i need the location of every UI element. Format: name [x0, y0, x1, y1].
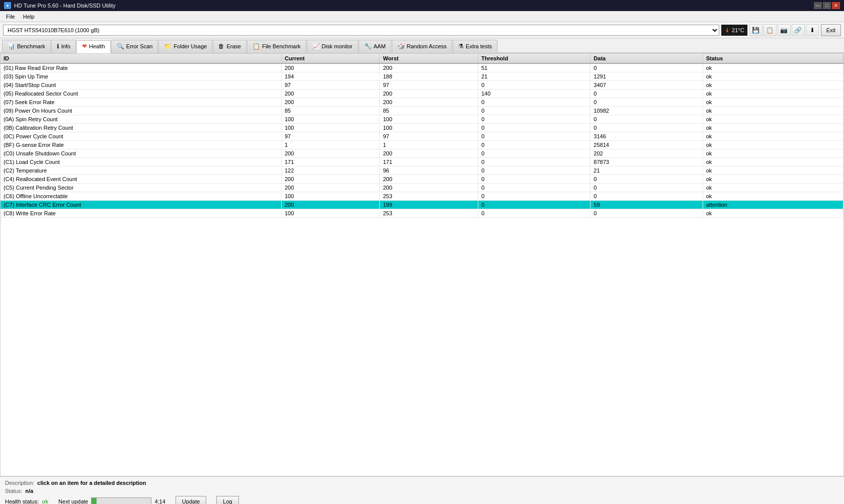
- cell-status: attention: [703, 201, 843, 209]
- col-header-status: Status: [703, 54, 843, 63]
- cell-id: (C2) Temperature: [1, 166, 282, 175]
- cell-data: 202: [590, 149, 703, 158]
- cell-data: 0: [590, 115, 703, 124]
- diskmonitor-icon: 📈: [312, 43, 320, 50]
- table-row[interactable]: (C1) Load Cycle Count 171 171 0 87873 ok: [1, 158, 843, 166]
- cell-data: 59: [590, 201, 703, 209]
- cell-threshold: 0: [478, 132, 590, 141]
- cell-threshold: 0: [478, 209, 590, 218]
- tab-randomaccess[interactable]: 🎲 Random Access: [392, 40, 452, 53]
- table-row[interactable]: (C2) Temperature 122 96 0 21 ok: [1, 166, 843, 175]
- next-update-section: Next update 4:14: [58, 497, 165, 504]
- cell-id: (03) Spin Up Time: [1, 72, 282, 81]
- cell-status: ok: [703, 107, 843, 115]
- cell-id: (01) Raw Read Error Rate: [1, 63, 282, 72]
- cell-threshold: 0: [478, 141, 590, 149]
- tab-diskmonitor-label: Disk monitor: [322, 43, 353, 49]
- cell-data: 0: [590, 175, 703, 184]
- cell-id: (09) Power On Hours Count: [1, 107, 282, 115]
- tab-benchmark[interactable]: 📊 Benchmark: [2, 40, 51, 53]
- table-row[interactable]: (03) Spin Up Time 194 188 21 1291 ok: [1, 72, 843, 81]
- col-header-threshold: Threshold: [478, 54, 590, 63]
- update-button[interactable]: Update: [176, 496, 206, 504]
- table-row[interactable]: (C0) Unsafe Shutdown Count 200 200 0 202…: [1, 149, 843, 158]
- toolbar-btn-4[interactable]: 🔗: [792, 24, 805, 36]
- menu-bar: File Help: [0, 11, 844, 22]
- close-button[interactable]: ✕: [832, 2, 840, 9]
- folderusage-icon: 📁: [164, 43, 172, 50]
- table-row[interactable]: (C7) Interface CRC Error Count 200 199 0…: [1, 201, 843, 209]
- table-row[interactable]: (C5) Current Pending Sector 200 200 0 0 …: [1, 184, 843, 192]
- tab-errorscan[interactable]: 🔍 Error Scan: [111, 40, 158, 53]
- table-row[interactable]: (C8) Write Error Rate 100 253 0 0 ok: [1, 209, 843, 218]
- cell-id: (C0) Unsafe Shutdown Count: [1, 149, 282, 158]
- cell-threshold: 0: [478, 149, 590, 158]
- cell-id: (04) Start/Stop Count: [1, 81, 282, 90]
- tab-randomaccess-label: Random Access: [407, 43, 447, 49]
- exit-button[interactable]: Exit: [821, 24, 841, 36]
- window-controls[interactable]: — □ ✕: [814, 2, 840, 9]
- cell-data: 3407: [590, 81, 703, 90]
- table-row[interactable]: (0B) Calibration Retry Count 100 100 0 0…: [1, 124, 843, 132]
- cell-data: 0: [590, 184, 703, 192]
- cell-current: 200: [282, 175, 380, 184]
- log-button[interactable]: Log: [216, 496, 238, 504]
- tab-diskmonitor[interactable]: 📈 Disk monitor: [307, 40, 358, 53]
- cell-id: (C7) Interface CRC Error Count: [1, 201, 282, 209]
- cell-threshold: 0: [478, 115, 590, 124]
- cell-id: (C6) Offline Uncorrectable: [1, 192, 282, 201]
- cell-status: ok: [703, 166, 843, 175]
- cell-worst: 100: [380, 115, 478, 124]
- cell-id: (C1) Load Cycle Count: [1, 158, 282, 166]
- cell-threshold: 140: [478, 90, 590, 98]
- col-header-data: Data: [590, 54, 703, 63]
- table-row[interactable]: (BF) G-sense Error Rate 1 1 0 25814 ok: [1, 141, 843, 149]
- cell-data: 0: [590, 98, 703, 107]
- cell-worst: 199: [380, 201, 478, 209]
- tab-folderusage[interactable]: 📁 Folder Usage: [158, 40, 212, 53]
- cell-data: 1291: [590, 72, 703, 81]
- cell-current: 200: [282, 90, 380, 98]
- tab-erase[interactable]: 🗑 Erase: [213, 40, 246, 53]
- title-bar-left: ♦ HD Tune Pro 5.60 - Hard Disk/SSD Utili…: [4, 2, 116, 9]
- table-row[interactable]: (0C) Power Cycle Count 97 97 0 3146 ok: [1, 132, 843, 141]
- toolbar-btn-1[interactable]: 💾: [749, 24, 763, 36]
- toolbar-btn-2[interactable]: 📋: [764, 24, 777, 36]
- cell-data: 0: [590, 63, 703, 72]
- cell-id: (05) Reallocated Sector Count: [1, 90, 282, 98]
- cell-threshold: 0: [478, 98, 590, 107]
- table-row[interactable]: (01) Raw Read Error Rate 200 200 51 0 ok: [1, 63, 843, 72]
- tab-health[interactable]: ❤ Health: [76, 40, 111, 53]
- tab-filebenchmark[interactable]: 📋 File Benchmark: [247, 40, 306, 53]
- next-update-label: Next update: [58, 498, 88, 504]
- minimize-button[interactable]: —: [814, 2, 822, 9]
- tab-aam-label: AAM: [374, 43, 386, 49]
- table-row[interactable]: (04) Start/Stop Count 97 97 0 3407 ok: [1, 81, 843, 90]
- tab-aam[interactable]: 🔧 AAM: [359, 40, 391, 53]
- health-status-value: ok: [42, 498, 48, 504]
- cell-worst: 97: [380, 81, 478, 90]
- toolbar-btn-5[interactable]: ⬇: [806, 24, 819, 36]
- description-value: click on an item for a detailed descript…: [37, 480, 146, 486]
- table-row[interactable]: (0A) Spin Retry Count 100 100 0 0 ok: [1, 115, 843, 124]
- toolbar-btn-3[interactable]: 📷: [778, 24, 791, 36]
- drive-selector[interactable]: HGST HTS541010B7E610 (1000 gB): [3, 25, 719, 36]
- table-row[interactable]: (C6) Offline Uncorrectable 100 253 0 0 o…: [1, 192, 843, 201]
- thermometer-icon: 🌡: [724, 27, 730, 34]
- menu-help[interactable]: Help: [19, 13, 39, 21]
- menu-file[interactable]: File: [2, 13, 19, 21]
- randomaccess-icon: 🎲: [397, 43, 405, 50]
- cell-worst: 200: [380, 63, 478, 72]
- table-row[interactable]: (C4) Reallocated Event Count 200 200 0 0…: [1, 175, 843, 184]
- tab-extratests[interactable]: ⚗ Extra tests: [453, 40, 497, 53]
- col-header-worst: Worst: [380, 54, 478, 63]
- table-row[interactable]: (09) Power On Hours Count 85 85 0 10982 …: [1, 107, 843, 115]
- cell-status: ok: [703, 175, 843, 184]
- table-row[interactable]: (05) Reallocated Sector Count 200 200 14…: [1, 90, 843, 98]
- cell-id: (07) Seek Error Rate: [1, 98, 282, 107]
- table-row[interactable]: (07) Seek Error Rate 200 200 0 0 ok: [1, 98, 843, 107]
- tab-info[interactable]: ℹ Info: [51, 40, 76, 53]
- col-header-id: ID: [1, 54, 282, 63]
- countdown-value: 4:14: [154, 498, 165, 504]
- maximize-button[interactable]: □: [823, 2, 831, 9]
